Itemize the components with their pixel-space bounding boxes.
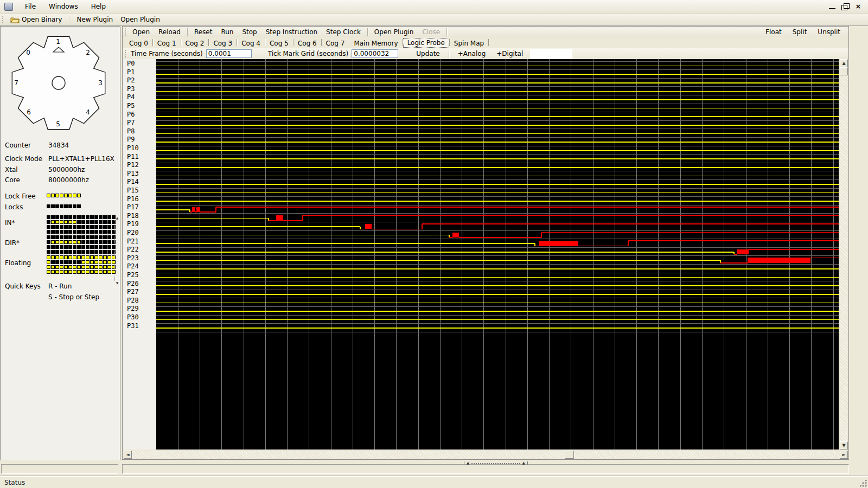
probe-extra-input[interactable] (530, 49, 572, 59)
close-icon[interactable]: × (854, 3, 863, 10)
tab-main-memory[interactable]: Main Memory (349, 39, 402, 48)
open-plugin-button[interactable]: Open Plugin (118, 15, 162, 24)
analog-button[interactable]: +Analog (454, 49, 490, 58)
dir-state-cell (68, 235, 72, 239)
dir-state-cell (81, 240, 85, 244)
horizontal-scrollbar-thumb[interactable] (565, 451, 574, 459)
floating-state-cell (77, 265, 81, 269)
pin-label-p7: P7 (127, 119, 135, 127)
minimize-icon[interactable] (828, 3, 837, 10)
floating-state-cell (99, 265, 103, 269)
dir-state-cell (77, 250, 81, 254)
dir-state-cell (64, 250, 68, 254)
scroll-down-icon[interactable]: ▼ (115, 281, 119, 285)
tab-cog-6[interactable]: Cog 6 (293, 39, 321, 48)
floating-state-cell (107, 260, 111, 264)
tab-cog-1[interactable]: Cog 1 (153, 39, 181, 48)
in-state-cell (60, 230, 63, 234)
tab-cog-0[interactable]: Cog 0 (125, 39, 152, 48)
tab-spin-map[interactable]: Spin Map (450, 39, 488, 48)
dir-state-cell (51, 250, 55, 254)
floating-state-cell (55, 255, 59, 259)
restore-icon[interactable] (841, 3, 850, 10)
update-button[interactable]: Update (412, 49, 443, 58)
pin-label-p14: P14 (127, 178, 139, 186)
floating-state-cell (51, 265, 55, 269)
split-button[interactable]: Split (789, 28, 811, 36)
dir-state-cell (81, 250, 85, 254)
floating-state-cell (51, 260, 55, 264)
scroll-up-icon[interactable]: ▲ (115, 216, 119, 220)
resize-grip-icon[interactable] (860, 480, 867, 487)
dir-state-cell (90, 235, 94, 239)
pin-label-p30: P30 (127, 313, 139, 322)
tab-cog-2[interactable]: Cog 2 (181, 39, 209, 48)
open-binary-button[interactable]: Open Binary (8, 15, 64, 24)
pin-label-p10: P10 (127, 144, 139, 152)
dir-state-cell (47, 245, 50, 249)
tab-cog-3[interactable]: Cog 3 (209, 39, 237, 48)
lock-free-cell (68, 194, 72, 197)
hub-pins-scrollbar[interactable]: ▲ ▼ (114, 220, 119, 281)
floating-state-cell (99, 255, 103, 259)
dir-state-cell (60, 245, 63, 249)
toolbar-grip (125, 50, 126, 57)
in-state-cell (64, 225, 68, 229)
tab-cog-7[interactable]: Cog 7 (322, 39, 349, 48)
floating-state-cell (51, 255, 55, 259)
unsplit-button[interactable]: Unsplit (814, 28, 844, 36)
lock-free-cell (77, 194, 81, 197)
in-state-cell (107, 225, 111, 229)
step-instruction-button[interactable]: Step Instruction (262, 28, 321, 36)
scroll-down-icon[interactable]: ▼ (840, 441, 848, 450)
floating-state-cell (103, 265, 107, 269)
stop-button[interactable]: Stop (238, 28, 260, 36)
menu-windows[interactable]: Windows (42, 1, 85, 12)
tab-cog-5[interactable]: Cog 5 (265, 39, 293, 48)
float-button[interactable]: Float (762, 28, 786, 36)
horizontal-scrollbar[interactable]: ◄ (123, 451, 840, 459)
tick-mark-grid-input[interactable] (352, 49, 398, 58)
tab-cog-4[interactable]: Cog 4 (237, 39, 265, 48)
in-state-cell (77, 215, 81, 219)
time-frame-input[interactable] (206, 49, 252, 58)
dir-state-cell (60, 240, 63, 244)
floating-state-cell (47, 260, 50, 264)
in-state-cell (68, 215, 72, 219)
digital-button[interactable]: +Digital (493, 49, 527, 58)
in-state-cell (81, 230, 85, 234)
splitter-grip[interactable]: ▲ ▲ (464, 461, 528, 465)
scroll-left-icon[interactable]: ◄ (124, 451, 132, 459)
scroll-right-icon[interactable]: ► (840, 451, 848, 459)
scroll-up-icon[interactable]: ▲ (840, 59, 848, 67)
vertical-scrollbar[interactable]: ▲ ▼ (840, 59, 848, 450)
reset-button[interactable]: Reset (190, 28, 216, 36)
floating-state-cell (73, 255, 76, 259)
reload-button[interactable]: Reload (155, 28, 184, 36)
floating-state-cell (60, 255, 63, 259)
open-button[interactable]: Open (129, 28, 154, 36)
in-state-cell (64, 215, 68, 219)
step-clock-button[interactable]: Step Clock (322, 28, 365, 36)
run-button[interactable]: Run (217, 28, 237, 36)
in-state-cell (51, 215, 55, 219)
pin-label-p18: P18 (127, 212, 139, 220)
tab-logic-probe[interactable]: Logic Probe (403, 38, 449, 48)
open-plugin-button[interactable]: Open Plugin (371, 28, 418, 36)
dir-state-cell (73, 250, 76, 254)
toolbar-separator (69, 16, 69, 24)
splitter-arrow-icon: ▲ (467, 461, 469, 465)
new-plugin-button[interactable]: New Plugin (74, 15, 115, 24)
menu-help[interactable]: Help (85, 1, 112, 12)
in-state-cell (77, 230, 81, 234)
dir-state-cell (55, 250, 59, 254)
lock-free-cell (73, 194, 76, 197)
in-state-cell (103, 225, 107, 229)
floating-state-cell (55, 270, 59, 274)
pin-label-p28: P28 (127, 297, 139, 305)
in-state-cell (90, 230, 94, 234)
vertical-scrollbar-thumb[interactable] (840, 67, 848, 75)
pin-label-p12: P12 (127, 161, 139, 169)
menu-file[interactable]: File (18, 1, 42, 12)
pin-label-p21: P21 (127, 237, 139, 246)
